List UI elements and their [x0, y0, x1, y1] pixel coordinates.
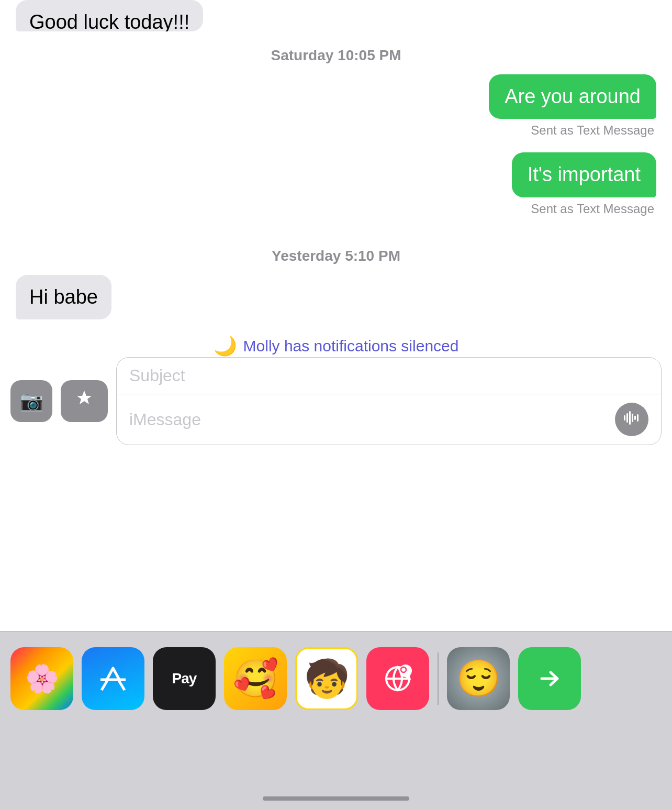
- dock-app-appstore[interactable]: [82, 647, 144, 710]
- photos-icon: 🌸: [25, 663, 59, 695]
- svg-rect-2: [629, 411, 631, 425]
- svg-rect-3: [632, 414, 633, 422]
- dock: 🌸 Pay 🥰 🧒: [0, 631, 672, 809]
- camera-button[interactable]: 📷: [10, 380, 52, 422]
- appstore-icon: [73, 387, 96, 415]
- appstore-icon: [95, 661, 131, 696]
- search-globe-icon: [379, 660, 416, 697]
- received-bubble-1-row: Hi babe: [16, 275, 656, 319]
- dock-row: 🌸 Pay 🥰 🧒: [10, 642, 662, 715]
- sent-label-1: Sent as Text Message: [531, 123, 656, 138]
- sent-bubble-2-row: It's important Sent as Text Message: [16, 152, 656, 226]
- dock-app-pay[interactable]: Pay: [153, 647, 216, 710]
- sent-bubble-1-text: Are you around: [505, 85, 641, 107]
- sent-bubble-1: Are you around: [489, 74, 656, 119]
- top-bubble-text: Good luck today!!!: [29, 11, 189, 31]
- dock-app-calm[interactable]: 😌: [447, 647, 510, 710]
- dock-app-search[interactable]: [366, 647, 429, 710]
- message-input-box[interactable]: Subject iMessage: [116, 357, 662, 445]
- sent-bubble-2: It's important: [512, 152, 656, 197]
- received-bubble-top: Good luck today!!!: [16, 0, 656, 31]
- calm-icon: 😌: [456, 658, 501, 700]
- imessage-field[interactable]: iMessage: [117, 394, 661, 445]
- input-area: 📷 Subject iMessage: [0, 352, 672, 450]
- sent-bubble-2-text: It's important: [528, 163, 641, 185]
- timestamp-yesterday: Yesterday 5:10 PM: [16, 248, 656, 264]
- dock-separator: [438, 652, 439, 705]
- svg-rect-1: [626, 413, 628, 423]
- memoji2-icon: 🧒: [304, 657, 350, 700]
- memoji1-icon: 🥰: [233, 657, 278, 700]
- svg-rect-4: [634, 416, 636, 420]
- dock-app-arrow[interactable]: [518, 647, 581, 710]
- imessage-placeholder: iMessage: [129, 410, 201, 429]
- dock-app-memoji1[interactable]: 🥰: [224, 647, 287, 710]
- received-bubble-1: Hi babe: [16, 275, 111, 319]
- dock-app-photos[interactable]: 🌸: [10, 647, 73, 710]
- timestamp-saturday: Saturday 10:05 PM: [16, 47, 656, 64]
- received-bubble-1-text: Hi babe: [29, 286, 98, 308]
- subject-field[interactable]: Subject: [117, 358, 661, 394]
- sent-bubble-1-row: Are you around Sent as Text Message: [16, 74, 656, 148]
- camera-icon: 📷: [20, 390, 43, 412]
- svg-rect-5: [637, 414, 639, 422]
- audio-waveform-icon: [623, 410, 641, 429]
- dock-app-memoji2[interactable]: 🧒: [295, 647, 358, 710]
- bubble-gray-top: Good luck today!!!: [16, 0, 203, 31]
- subject-placeholder: Subject: [129, 366, 185, 385]
- apple-pay-icon: Pay: [172, 670, 197, 687]
- svg-rect-0: [624, 415, 625, 420]
- audio-button[interactable]: [615, 403, 648, 436]
- appstore-button[interactable]: [61, 380, 108, 422]
- home-bar: [263, 796, 409, 801]
- arrow-icon: [534, 663, 565, 694]
- sent-label-2: Sent as Text Message: [531, 202, 656, 216]
